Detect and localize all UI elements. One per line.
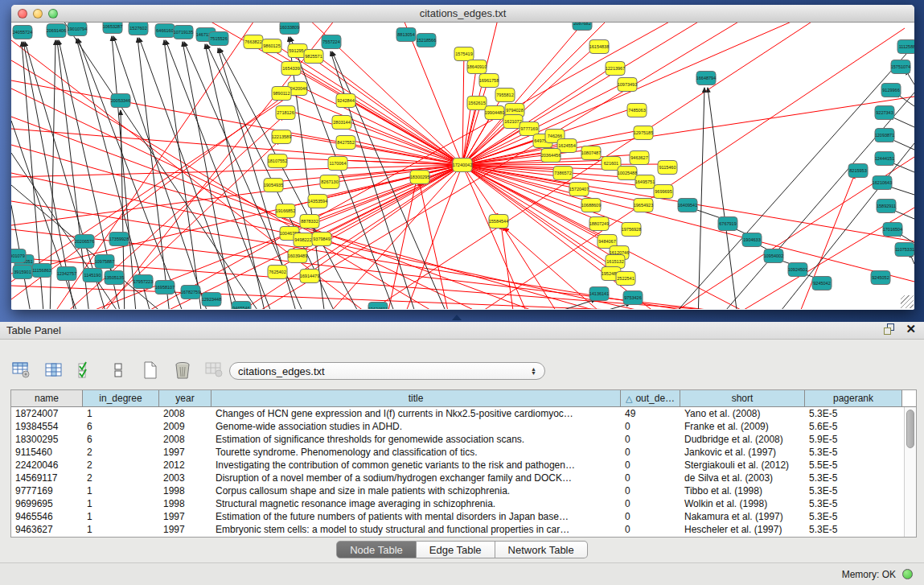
table-row[interactable]: 1456911722003Disruption of a novel membe… <box>11 472 916 484</box>
graph-node[interactable]: 2522541 <box>616 272 635 286</box>
graph-node[interactable]: 10653287 <box>103 23 122 34</box>
graph-node[interactable]: 18807249 <box>589 217 609 231</box>
vertical-scrollbar[interactable] <box>904 407 916 537</box>
graph-node[interactable]: 9699695 <box>654 185 673 199</box>
tab-edge-table[interactable]: Edge Table <box>417 541 495 558</box>
graph-node[interactable]: 1562615 <box>467 97 487 110</box>
graph-node[interactable]: 16961758 <box>479 74 499 88</box>
graph-node[interactable]: 9227343 <box>875 106 894 120</box>
column-header-short[interactable]: short <box>680 390 805 406</box>
graph-node[interactable]: 1575419 <box>454 47 474 61</box>
table-row[interactable]: 911546021997Tourette syndrome. Phenomeno… <box>11 446 916 459</box>
graph-node[interactable]: 15720407 <box>569 183 589 196</box>
column-header-out_de[interactable]: △out_de… <box>621 390 680 406</box>
new-table-icon[interactable] <box>140 360 161 381</box>
column-header-in_degree[interactable]: in_degree <box>83 390 159 406</box>
graph-node[interactable]: 2087682 <box>573 23 592 31</box>
graph-node[interactable]: 1170064 <box>328 157 347 171</box>
graph-node[interactable]: 9245052 <box>871 271 890 285</box>
graph-node[interactable]: 9860125 <box>262 39 281 53</box>
graph-node[interactable]: 14136141 <box>589 287 609 301</box>
graph-node[interactable]: 1527602 <box>129 23 148 35</box>
graph-node[interactable]: 20053346 <box>111 94 130 108</box>
column-header-title[interactable]: title <box>211 390 621 406</box>
graph-node[interactable]: 7955812 <box>495 89 515 102</box>
graph-node[interactable]: 9825571 <box>304 50 323 64</box>
graph-node[interactable]: 6767919 <box>718 217 737 231</box>
graph-node[interactable]: 10719135 <box>174 26 193 39</box>
table-row[interactable]: 969969511998Structural magnetic resonanc… <box>11 497 916 510</box>
window-titlebar[interactable]: citations_edges.txt <box>11 5 914 23</box>
column-header-year[interactable]: year <box>159 390 211 406</box>
zoom-window-button[interactable] <box>48 9 58 19</box>
graph-node[interactable]: 16648794 <box>696 72 716 85</box>
table-selector-dropdown[interactable]: citations_edges.txt ▲▼ <box>229 362 545 380</box>
graph-node[interactable]: 10688609 <box>581 199 601 212</box>
graph-node[interactable]: 7515526 <box>209 32 228 46</box>
graph-node[interactable]: 13505135 <box>105 271 124 285</box>
graph-node[interactable]: 12923448 <box>202 293 221 307</box>
graph-node[interactable]: 17016504 <box>883 223 902 237</box>
close-panel-icon[interactable]: ✕ <box>906 323 916 335</box>
column-header-pagerank[interactable]: pagerank <box>805 390 902 406</box>
graph-node[interactable]: 19010794 <box>68 23 87 36</box>
column-header-name[interactable]: name <box>11 390 83 406</box>
graph-node[interactable]: 9245042 <box>812 277 832 290</box>
graph-node[interactable]: 9777169 <box>519 122 539 136</box>
graph-node[interactable]: 19424601 <box>368 303 388 310</box>
graph-node[interactable]: 9463627 <box>630 151 649 165</box>
graph-node[interactable]: 19166852 <box>276 204 295 218</box>
graph-node[interactable]: 10807487 <box>581 146 601 160</box>
graph-node[interactable]: 16154838 <box>589 40 609 54</box>
splitter-collapse-arrow[interactable] <box>452 315 462 320</box>
graph-node[interactable]: 12975185 <box>634 126 653 140</box>
graph-node[interactable]: 12342757 <box>57 267 76 281</box>
graph-node[interactable]: 12213589 <box>272 130 291 144</box>
graph-node[interactable]: 2803144 <box>332 116 351 130</box>
minimize-window-button[interactable] <box>33 9 43 19</box>
graph-node[interactable]: 16782759 <box>181 286 200 299</box>
graph-node[interactable]: 16210643 <box>873 176 892 190</box>
graph-node[interactable]: 1654339 <box>281 62 301 76</box>
graph-node[interactable]: 19654923 <box>634 199 653 212</box>
graph-node[interactable]: 18640910 <box>467 60 487 74</box>
table-row[interactable]: 1872400712008Changes of HCN gene express… <box>11 407 916 420</box>
graph-node[interactable]: 2718126 <box>276 106 295 120</box>
graph-node[interactable]: 17957223 <box>133 275 153 289</box>
graph-node[interactable]: 8878332 <box>300 215 319 229</box>
graph-node[interactable]: 10025488 <box>618 167 637 180</box>
graph-node[interactable]: 1112588 <box>897 40 914 54</box>
graph-node[interactable]: 19054935 <box>264 179 283 192</box>
network-view-window[interactable]: citations_edges.txt 24055724206914061901… <box>11 5 914 310</box>
delete-rows-trash-icon[interactable] <box>172 360 193 381</box>
graph-node[interactable]: 6466160 <box>155 24 175 38</box>
graph-node[interactable]: 12444151 <box>875 152 894 166</box>
graph-hub-node[interactable]: 17240042 <box>453 159 472 172</box>
graph-node[interactable]: 9242844 <box>336 94 355 108</box>
graph-node[interactable]: 10975887 <box>95 255 114 269</box>
graph-node[interactable]: 10954002 <box>764 249 783 263</box>
graph-node[interactable]: 7663822 <box>244 35 263 49</box>
row-height-icon[interactable] <box>108 360 129 381</box>
graph-node[interactable]: 8427552 <box>336 136 355 150</box>
graph-node[interactable]: 9115460 <box>658 161 677 175</box>
graph-node[interactable]: 14353594 <box>308 195 327 208</box>
graph-node[interactable]: 1901079 <box>11 249 26 263</box>
graph-node[interactable]: 17359928 <box>109 233 129 246</box>
graph-node[interactable]: 9890112 <box>272 87 291 101</box>
graph-node[interactable]: 15892911 <box>877 200 896 213</box>
graph-node[interactable]: 7485063 <box>627 104 647 117</box>
graph-node[interactable]: 24055724 <box>13 26 32 39</box>
column-settings-icon[interactable] <box>43 360 64 381</box>
graph-node[interactable]: 7625402 <box>268 266 287 279</box>
float-panel-icon[interactable] <box>884 323 896 335</box>
graph-node[interactable]: 9753426 <box>623 291 643 305</box>
graph-node[interactable]: 16409541 <box>678 199 697 212</box>
graph-node[interactable]: 8267130 <box>320 175 339 189</box>
network-canvas[interactable]: 2405572420691406190107941065328715276026… <box>11 23 914 309</box>
graph-node[interactable]: 20364456 <box>541 149 561 163</box>
graph-node[interactable]: 18300295 <box>410 171 429 184</box>
select-all-checks-icon[interactable] <box>76 360 97 381</box>
graph-node[interactable]: 1615132 <box>606 255 625 269</box>
graph-node[interactable]: 11156863 <box>32 264 51 278</box>
